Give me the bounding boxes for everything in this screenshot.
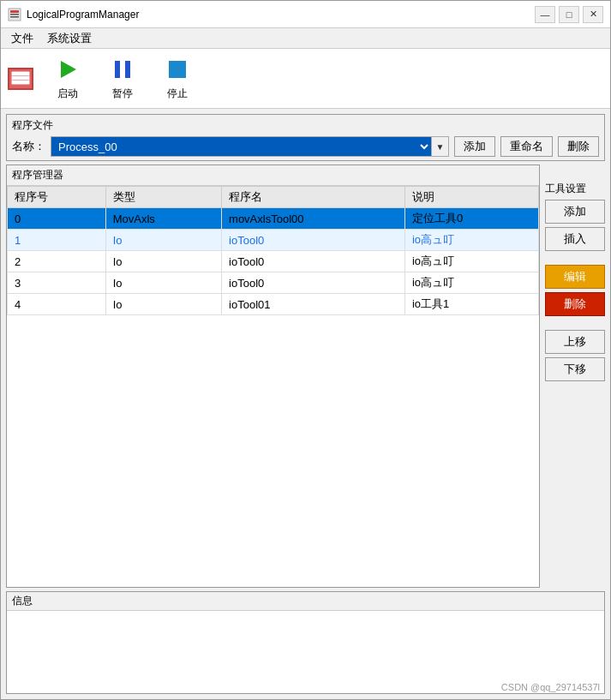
tool-down-button[interactable]: 下移 [545, 357, 605, 381]
svg-rect-2 [10, 14, 19, 15]
svg-rect-1 [10, 10, 19, 13]
program-file-title: 程序文件 [12, 118, 599, 133]
col-type: 类型 [105, 187, 221, 208]
dropdown-arrow-icon[interactable]: ▼ [432, 136, 449, 157]
program-manager: 程序管理器 程序号 类型 程序名 说明 0MovAxlsmovAxlsTool0… [6, 165, 540, 588]
tool-insert-button[interactable]: 插入 [545, 227, 605, 251]
tool-up-button[interactable]: 上移 [545, 330, 605, 354]
table-row[interactable]: 0MovAxlsmovAxlsTool00定位工具0 [8, 208, 539, 230]
menu-file[interactable]: 文件 [4, 29, 40, 48]
start-button[interactable]: 启动 [47, 52, 88, 105]
file-select-wrapper: Process_00 ▼ [51, 136, 449, 157]
start-label: 启动 [57, 87, 78, 101]
main-content: 程序管理器 程序号 类型 程序名 说明 0MovAxlsmovAxlsTool0… [1, 165, 610, 591]
svg-rect-4 [12, 72, 29, 75]
svg-rect-5 [12, 76, 29, 80]
table-row[interactable]: 3IoioTool0io高ュ叮 [8, 272, 539, 294]
right-toolbar: 工具设置 添加 插入 编辑 删除 上移 下移 [545, 165, 605, 588]
stop-button[interactable]: 停止 [157, 52, 198, 105]
widget-icon [8, 68, 33, 90]
col-name: 程序名 [222, 187, 405, 208]
program-table-container[interactable]: 程序号 类型 程序名 说明 0MovAxlsmovAxlsTool00定位工具0… [7, 186, 539, 587]
svg-rect-3 [10, 16, 19, 18]
col-index: 程序号 [8, 187, 106, 208]
tool-edit-button[interactable]: 编辑 [545, 265, 605, 289]
toolbar: 启动 暂停 停止 [1, 49, 610, 109]
window-title: LogicalProgramManager [27, 9, 139, 21]
table-row[interactable]: 2IoioTool0io高ュ叮 [8, 251, 539, 272]
pause-button[interactable]: 暂停 [102, 52, 143, 105]
title-bar: LogicalProgramManager — □ ✕ [1, 1, 610, 28]
info-section: 信息 [6, 591, 605, 694]
program-file-section: 程序文件 名称： Process_00 ▼ 添加 重命名 删除 [6, 114, 605, 161]
tool-add-button[interactable]: 添加 [545, 200, 605, 224]
delete-process-button[interactable]: 删除 [558, 136, 599, 157]
app-icon [8, 8, 21, 21]
stop-label: 停止 [167, 87, 188, 101]
process-select[interactable]: Process_00 [51, 136, 432, 157]
pause-icon [109, 56, 136, 83]
svg-rect-6 [12, 81, 29, 84]
menu-settings[interactable]: 系统设置 [40, 29, 99, 48]
table-row[interactable]: 4IoioTool01io工具1 [8, 294, 539, 315]
tools-label: 工具设置 [545, 182, 605, 196]
col-desc: 说明 [404, 187, 538, 208]
table-row[interactable]: 1IoioTool0io高ュ叮 [8, 230, 539, 251]
info-title: 信息 [7, 592, 604, 611]
name-label: 名称： [12, 139, 45, 154]
info-body [7, 611, 604, 693]
stop-icon [164, 56, 191, 83]
svg-marker-8 [61, 61, 76, 78]
rename-process-button[interactable]: 重命名 [500, 136, 553, 157]
window-controls: — □ ✕ [535, 6, 603, 23]
menu-bar: 文件 系统设置 [1, 28, 610, 49]
program-table: 程序号 类型 程序名 说明 0MovAxlsmovAxlsTool00定位工具0… [7, 186, 539, 315]
svg-rect-9 [115, 61, 120, 78]
maximize-button[interactable]: □ [559, 6, 579, 23]
add-process-button[interactable]: 添加 [454, 136, 495, 157]
svg-rect-11 [169, 61, 186, 78]
minimize-button[interactable]: — [535, 6, 555, 23]
program-manager-title: 程序管理器 [7, 165, 539, 186]
play-icon [54, 56, 81, 83]
pause-label: 暂停 [112, 87, 133, 101]
close-button[interactable]: ✕ [583, 6, 603, 23]
svg-rect-10 [125, 61, 130, 78]
tool-delete-button[interactable]: 删除 [545, 292, 605, 316]
